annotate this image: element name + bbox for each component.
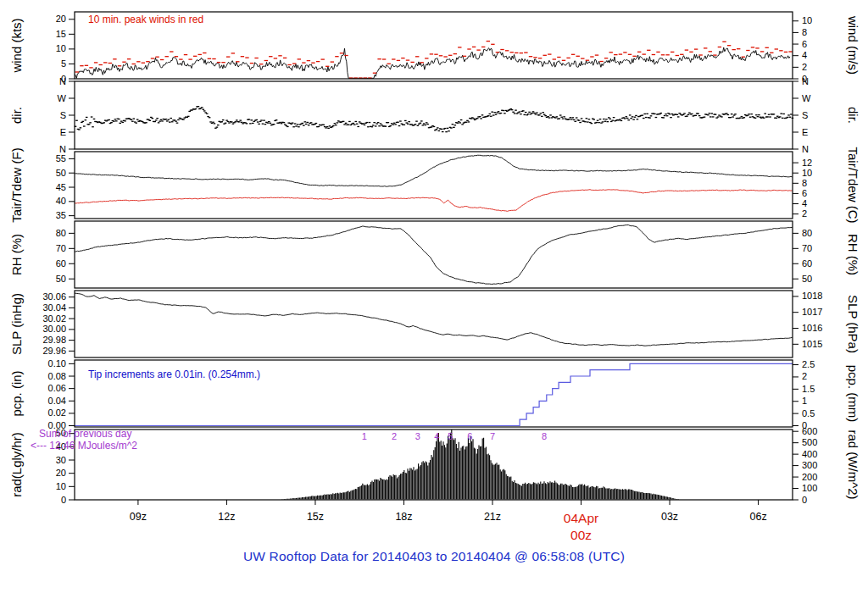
tick-label-right: 300 <box>802 460 817 470</box>
tick-label-right: 500 <box>802 437 817 447</box>
axis-label-right-temp: Tair/Tdew (C) <box>846 147 860 223</box>
rad-sum-marker: 7 <box>490 431 495 441</box>
tick-label-left: 30.02 <box>42 313 66 324</box>
tick-label-right: 70 <box>802 243 812 253</box>
tick-label-left: 30 <box>56 455 66 465</box>
panel-frame-temp <box>75 152 793 219</box>
rad-sum-marker: 4 <box>434 431 439 441</box>
tick-label-right: N <box>802 144 809 154</box>
tick-label-left: 5 <box>61 58 66 69</box>
panel-wind: 051015200246810wind (kts)wind (m/s)10 mi… <box>9 12 860 84</box>
x-tick-label: 12z <box>218 511 235 523</box>
tick-label-right: 1 <box>802 396 807 406</box>
tick-label-left: 30.04 <box>42 302 66 313</box>
tick-label-left: 45 <box>56 182 66 192</box>
rad-sum-marker: 8 <box>542 431 547 441</box>
tick-label-left: 50 <box>56 274 66 284</box>
series-rh <box>75 225 793 285</box>
tick-label-right: 1016 <box>802 323 822 333</box>
tick-label-right: 2 <box>802 371 807 381</box>
x-tick-label: 06z <box>750 511 767 523</box>
tick-label-right: 2 <box>802 62 807 72</box>
panel-frame-dir <box>75 81 793 149</box>
axis-label-right-rh: RH (%) <box>846 234 860 275</box>
tick-label-left: 10 <box>56 43 66 53</box>
tick-label-left: 50 <box>56 168 66 178</box>
tick-label-left: 40 <box>56 196 66 206</box>
tick-label-left: N <box>59 144 66 154</box>
axis-label-left-wind: wind (kts) <box>9 18 24 73</box>
tick-label-right: 60 <box>802 258 812 269</box>
x-tick-label: 15z <box>307 511 324 523</box>
tick-label-right: 600 <box>802 426 817 436</box>
x-tick-label: 03z <box>661 511 678 523</box>
panel-annotation: <--- 12.46 MJoules/m^2 <box>31 440 137 452</box>
tick-label-right: N <box>802 76 809 86</box>
tick-label-right: 0.5 <box>802 408 815 418</box>
panel-frame-slp <box>75 291 793 357</box>
tick-label-left: 20 <box>56 14 66 24</box>
panel-frame-rh <box>75 221 793 288</box>
tick-label-left: 29.96 <box>42 346 66 356</box>
tick-label-right: 4 <box>802 198 807 208</box>
tick-label-right: 10 <box>802 15 812 25</box>
tick-label-right: 8 <box>802 27 807 37</box>
axis-label-right-dir: dir. <box>846 107 860 124</box>
tick-label-left: 0.06 <box>48 383 66 393</box>
tick-label-right: 4 <box>802 50 807 60</box>
tick-label-left: 0.08 <box>48 371 66 381</box>
panel-pcp: 0.000.020.040.060.080.1000.511.522.5pcp.… <box>9 358 860 430</box>
axis-label-right-slp: SLP (hPa) <box>846 295 860 353</box>
tick-label-left: W <box>58 93 67 103</box>
tick-label-left: S <box>60 110 66 120</box>
panel-annotation: 10 min. peak winds in red <box>88 14 203 25</box>
tick-label-right: 1015 <box>802 339 822 349</box>
axis-label-left-rh: RH (%) <box>9 234 24 275</box>
x-axis: 09z12z15z18z21z04Apr00z03z06z <box>130 500 767 542</box>
meteogram-page: 051015200246810wind (kts)wind (m/s)10 mi… <box>0 0 868 593</box>
x-tick-label-hour: 00z <box>570 528 592 542</box>
tick-label-right: 100 <box>802 483 817 493</box>
x-tick-label-date: 04Apr <box>564 511 598 525</box>
tick-label-left: 10 <box>56 481 66 491</box>
series-wind_avg <box>75 47 790 78</box>
panel-annotation: Sum of previous day <box>39 428 131 440</box>
tick-label-left: 20 <box>56 468 66 478</box>
tick-label-right: 1018 <box>802 291 822 301</box>
rad-sum-marker: 2 <box>392 431 397 441</box>
tick-label-right: S <box>802 110 808 120</box>
tick-label-right: 1017 <box>802 307 822 317</box>
tick-label-right: 0 <box>802 495 807 505</box>
rad-sum-marker: 6 <box>467 431 472 441</box>
panel-rad: 010203040500100200300400500600rad(Lgly/h… <box>9 426 860 505</box>
tick-label-left: 29.98 <box>42 335 66 345</box>
x-tick-label: 18z <box>395 511 412 523</box>
rad-sum-marker: 3 <box>415 431 420 441</box>
tick-label-right: W <box>802 93 811 103</box>
tick-label-left: E <box>60 127 66 137</box>
tick-label-left: 60 <box>56 258 66 269</box>
tick-label-right: 6 <box>802 188 807 198</box>
axis-label-left-slp: SLP (inHg) <box>9 293 24 355</box>
tick-label-right: 10 <box>802 168 812 178</box>
axis-label-left-temp: Tair/Tdew (F) <box>9 147 24 222</box>
tick-label-right: 400 <box>802 449 817 459</box>
tick-label-left: 70 <box>56 243 66 253</box>
series-wind_peaks <box>75 42 793 79</box>
tick-label-left: 0.04 <box>48 396 66 406</box>
axis-label-left-rad: rad(Lgly/hr) <box>9 432 24 497</box>
axis-label-right-wind: wind (m/s) <box>846 15 860 75</box>
chart-title: UW Rooftop Data for 20140403 to 20140404… <box>0 549 868 564</box>
tick-label-left: 0.02 <box>48 407 66 418</box>
axis-label-left-pcp: pcp. (in) <box>9 370 24 416</box>
tick-label-right: 8 <box>802 178 807 188</box>
tick-label-left: 15 <box>56 29 66 39</box>
tick-label-right: 1.5 <box>802 384 815 394</box>
tick-label-left: 0 <box>61 495 66 505</box>
tick-label-left: 35 <box>56 210 66 220</box>
rad-sum-marker: 5 <box>448 431 453 441</box>
meteogram-chart: 051015200246810wind (kts)wind (m/s)10 mi… <box>0 0 868 549</box>
x-tick-label: 21z <box>484 511 501 523</box>
rad-sum-marker: 1 <box>362 431 367 441</box>
panel-slp: 29.9629.9830.0030.0230.0430.061015101610… <box>9 291 860 357</box>
